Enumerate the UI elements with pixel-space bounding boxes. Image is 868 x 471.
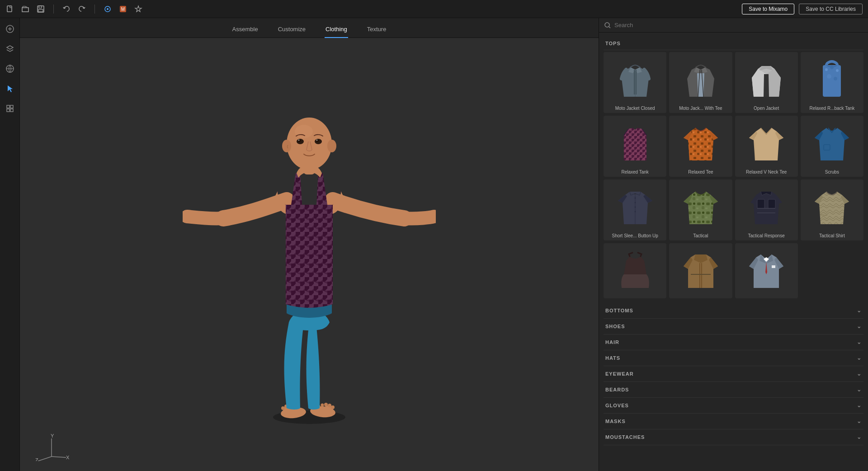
hats-chevron: ⌄ [857, 355, 862, 361]
hats-section-header[interactable]: HATS ⌄ [604, 350, 863, 366]
nav-tabs: Assemble Customize Clothing Texture [20, 18, 599, 38]
svg-point-32 [321, 404, 324, 407]
item-thumb [807, 118, 857, 167]
clothing-list[interactable]: TOPS [599, 33, 868, 471]
list-item[interactable] [669, 243, 732, 298]
save-mixamo-button[interactable]: Save to Mixamo [742, 4, 794, 14]
list-item[interactable]: Relaxed R...back Tank [801, 52, 863, 113]
svg-point-50 [605, 23, 609, 27]
tops-section-header[interactable]: TOPS [604, 37, 863, 50]
new-file-icon[interactable] [5, 5, 14, 14]
bottoms-section-header[interactable]: BOTTOMS ⌄ [604, 303, 863, 319]
gloves-section-header[interactable]: GLOVES ⌄ [604, 398, 863, 414]
item-name: Moto Jack... With Tee [679, 105, 722, 111]
masks-label: MASKS [605, 419, 626, 424]
save-icon[interactable] [36, 5, 45, 14]
globe-icon[interactable] [4, 62, 16, 75]
list-item[interactable]: Scrubs [801, 116, 863, 177]
list-item[interactable]: Short Slee... Button Up [604, 179, 666, 240]
character-svg [183, 83, 436, 426]
tab-customize[interactable]: Customize [277, 23, 307, 38]
add-icon[interactable] [4, 23, 16, 35]
list-item[interactable]: Moto Jack... With Tee [669, 52, 732, 113]
eyewear-label: EYEWEAR [605, 371, 634, 377]
beards-label: BEARDS [605, 387, 629, 392]
item-thumb [610, 118, 660, 167]
shoes-chevron: ⌄ [857, 323, 862, 330]
divider-1 [53, 5, 54, 14]
left-sidebar [0, 18, 20, 471]
list-item[interactable]: Relaxed Tee [669, 116, 732, 177]
item-thumb [807, 54, 857, 104]
list-item[interactable] [604, 243, 666, 298]
svg-rect-13 [10, 109, 13, 112]
item-name: Tactical [693, 233, 708, 239]
list-item[interactable]: Relaxed V Neck Tee [735, 116, 798, 177]
search-input[interactable] [614, 22, 863, 28]
svg-line-49 [52, 457, 66, 457]
svg-point-30 [328, 404, 331, 407]
tops-label: TOPS [605, 41, 621, 46]
open-file-icon[interactable] [21, 5, 30, 14]
item-thumb [676, 181, 726, 231]
item-name: Relaxed R...back Tank [809, 105, 854, 111]
hair-chevron: ⌄ [857, 339, 862, 345]
shapes-icon[interactable] [103, 5, 112, 14]
star-icon[interactable] [134, 5, 143, 14]
moustaches-chevron: ⌄ [857, 434, 862, 440]
svg-rect-86 [757, 199, 764, 208]
svg-rect-12 [7, 109, 9, 112]
viewport-canvas[interactable]: Y Z X [20, 38, 599, 471]
item-thumb [741, 118, 791, 167]
list-item[interactable]: Moto Jacket Closed [604, 52, 666, 113]
undo-icon[interactable] [62, 5, 71, 14]
svg-rect-10 [7, 105, 9, 108]
list-item[interactable]: Open Jacket [735, 52, 798, 113]
item-name: Tactical Response [748, 233, 785, 239]
item-name: Relaxed Tank [621, 169, 648, 175]
y-axis-label: Y [51, 434, 54, 438]
tab-texture[interactable]: Texture [366, 23, 387, 38]
svg-rect-87 [768, 199, 775, 208]
svg-rect-93 [772, 265, 775, 268]
search-icon [604, 22, 611, 28]
item-name: Short Slee... Button Up [612, 233, 658, 239]
item-thumb [676, 245, 726, 295]
list-item[interactable]: Tactical Shirt [801, 179, 863, 240]
list-item[interactable]: Tactical Response [735, 179, 798, 240]
right-panel: TOPS [599, 18, 868, 471]
search-bar [599, 18, 868, 33]
tab-clothing[interactable]: Clothing [325, 23, 348, 38]
shoes-section-header[interactable]: SHOES ⌄ [604, 319, 863, 334]
grid-icon[interactable] [4, 102, 16, 115]
svg-rect-11 [10, 105, 13, 108]
item-thumb [676, 118, 726, 167]
beards-section-header[interactable]: BEARDS ⌄ [604, 382, 863, 398]
list-item[interactable]: Relaxed Tank [604, 116, 666, 177]
tops-grid: Moto Jacket Closed [604, 52, 863, 298]
svg-point-59 [836, 69, 839, 72]
mixamo-icon[interactable]: M [118, 5, 127, 14]
item-thumb [741, 181, 791, 231]
layers-icon[interactable] [4, 42, 16, 55]
masks-chevron: ⌄ [857, 418, 862, 424]
svg-point-31 [324, 403, 328, 406]
item-name: Tactical Shirt [819, 233, 845, 239]
masks-section-header[interactable]: MASKS ⌄ [604, 414, 863, 429]
svg-point-57 [825, 68, 828, 71]
hair-section-header[interactable]: HAIR ⌄ [604, 334, 863, 350]
item-thumb [610, 54, 660, 104]
moustaches-section-header[interactable]: MOUSTACHES ⌄ [604, 429, 863, 445]
tab-assemble[interactable]: Assemble [231, 23, 259, 38]
redo-icon[interactable] [77, 5, 86, 14]
list-item[interactable] [735, 243, 798, 298]
svg-point-37 [287, 118, 332, 170]
list-item[interactable]: Tactical [669, 179, 732, 240]
save-cc-button[interactable]: Save to CC Libraries [799, 4, 863, 14]
eyewear-section-header[interactable]: EYEWEAR ⌄ [604, 366, 863, 382]
z-axis-label: Z [35, 457, 38, 461]
svg-line-51 [609, 27, 610, 28]
cursor-icon[interactable] [4, 82, 16, 95]
hats-label: HATS [605, 355, 620, 361]
item-thumb [610, 245, 660, 295]
